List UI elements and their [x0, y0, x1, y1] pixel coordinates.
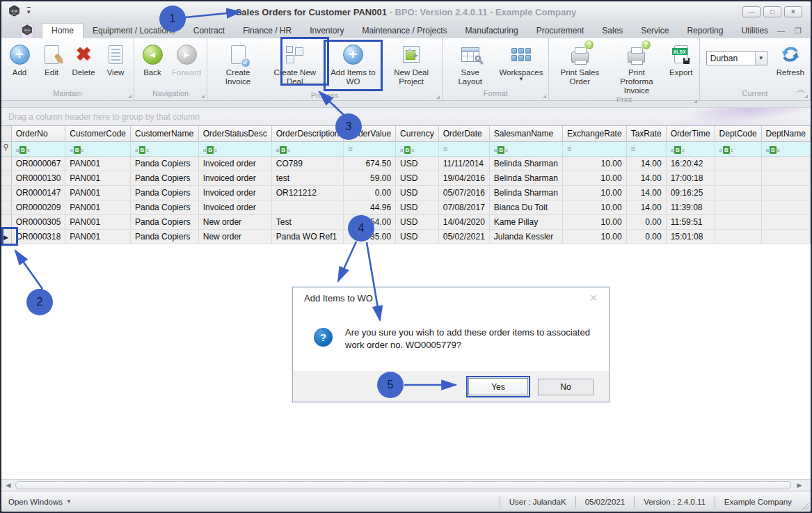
column-header-deptname[interactable]: DeptName	[761, 126, 810, 141]
add-items-dialog: Add Items to WO ✕ ? Are you sure you wis…	[292, 287, 610, 402]
column-header-orderdate[interactable]: OrderDate	[438, 126, 489, 141]
order-row-OR0000209[interactable]: OR0000209PAN001Panda CopiersInvoiced ord…	[1, 200, 811, 214]
column-header-exchangerate[interactable]: ExchangeRate	[562, 126, 626, 141]
column-header-ordertime[interactable]: OrderTime	[666, 126, 715, 141]
ribbon-button-refresh[interactable]: Refresh	[773, 41, 808, 77]
order-row-OR0000067[interactable]: OR0000067PAN001Panda CopiersInvoiced ord…	[1, 156, 811, 171]
ribbon-button-add-items-to-wo[interactable]: +Add Items to WO	[324, 40, 383, 91]
scroll-left-icon[interactable]: ◀	[3, 480, 14, 491]
row-indicator-cell	[1, 185, 11, 200]
filter-cell-deptcode[interactable]: aBc	[715, 141, 761, 156]
filter-cell-salesmanname[interactable]: aBc	[489, 141, 562, 156]
export-xlsx-icon: XLSX	[669, 42, 694, 66]
yes-button[interactable]: Yes	[468, 378, 528, 395]
tab-home[interactable]: Home	[42, 23, 83, 38]
ribbon-button-view[interactable]: View	[99, 41, 132, 77]
tab-procurement[interactable]: Procurement	[527, 24, 594, 38]
ribbon-button-new-deal-project[interactable]: New Deal Project	[383, 41, 440, 86]
scrollbar-thumb[interactable]	[15, 481, 791, 489]
text-filter-icon: aBc	[494, 146, 508, 154]
filter-cell-currency[interactable]: aBc	[396, 141, 439, 156]
ribbon-button-export[interactable]: XLSXExport	[665, 41, 697, 77]
column-header-orderno[interactable]: OrderNo	[11, 126, 65, 141]
no-button[interactable]: No	[538, 379, 594, 395]
filter-cell-customername[interactable]: aBc	[131, 141, 199, 156]
equals-filter-icon: =	[443, 145, 447, 153]
order-row-OR0000147[interactable]: OR0000147PAN001Panda CopiersInvoiced ord…	[1, 185, 811, 200]
ribbon-button-workspaces[interactable]: Workspaces▼	[495, 41, 546, 81]
column-header-deptcode[interactable]: DeptCode	[715, 126, 761, 141]
column-header-currency[interactable]: Currency	[396, 126, 439, 141]
horizontal-scrollbar[interactable]: ◀ ▶	[1, 479, 811, 491]
group-by-panel: Drag a column header here to group by th…	[1, 107, 811, 126]
ribbon-button-print-proforma-invoice[interactable]: ?Print Proforma Invoice	[608, 41, 665, 95]
order-row-OR0000318[interactable]: ▶OR0000318PAN001Panda CopiersNew orderPa…	[1, 229, 811, 244]
group-dialog-launcher-icon[interactable]	[436, 95, 440, 99]
text-filter-icon: aBc	[276, 146, 290, 154]
tab-sales[interactable]: Sales	[593, 24, 632, 38]
minimize-button[interactable]: —	[742, 6, 761, 17]
ribbon-button-create-invoice[interactable]: ✓Create Invoice	[209, 41, 266, 86]
ribbon-button-back[interactable]: ◄Back	[136, 41, 168, 77]
combo-dropdown-icon[interactable]: ▼	[755, 52, 767, 65]
cell-orderdate: 19/04/2016	[438, 171, 489, 185]
tab-contract[interactable]: Contract	[184, 24, 234, 38]
ribbon-button-add[interactable]: +Add	[3, 41, 35, 77]
row-indicator-cell	[1, 156, 11, 171]
order-row-OR0000305[interactable]: OR0000305PAN001Panda CopiersNew orderTes…	[1, 214, 811, 229]
filter-cell-exchangerate[interactable]: =	[562, 141, 626, 156]
group-dialog-launcher-icon[interactable]	[804, 95, 808, 98]
tab-reporting[interactable]: Reporting	[678, 24, 732, 38]
resize-grip[interactable]	[802, 503, 809, 510]
current-branch-combo[interactable]: Durban▼	[706, 51, 767, 65]
mdi-restore-icon[interactable]: ❐	[795, 26, 802, 35]
ribbon-button-save-layout[interactable]: Save Layout	[445, 41, 495, 86]
order-row-OR0000130[interactable]: OR0000130PAN001Panda CopiersInvoiced ord…	[1, 171, 811, 185]
maximize-button[interactable]: □	[763, 6, 781, 17]
column-header-taxrate[interactable]: TaxRate	[626, 126, 666, 141]
filter-cell-ordertime[interactable]: aBc	[666, 141, 715, 156]
filter-cell-orderdescription[interactable]: aBc	[271, 141, 344, 156]
filter-cell-orderno[interactable]: aBc	[11, 141, 65, 156]
collapse-ribbon-icon[interactable]: ︽	[797, 86, 804, 95]
close-button[interactable]: ✕	[784, 6, 802, 17]
mdi-minimize-icon[interactable]: —	[777, 26, 785, 35]
filter-cell-customercode[interactable]: aBc	[65, 141, 131, 156]
equals-filter-icon: =	[567, 145, 571, 153]
group-dialog-launcher-icon[interactable]	[694, 100, 697, 103]
group-dialog-launcher-icon[interactable]	[543, 95, 546, 98]
filter-cell-orderdate[interactable]: =	[438, 141, 489, 156]
dialog-close-icon[interactable]: ✕	[589, 292, 598, 303]
application-menu-button[interactable]	[21, 24, 33, 38]
ribbon-button-edit[interactable]: ✎Edit	[35, 41, 67, 77]
column-header-customername[interactable]: CustomerName	[131, 126, 199, 141]
cell-orderno: OR0000318	[11, 229, 65, 244]
tab-finance-hr[interactable]: Finance / HR	[234, 24, 301, 38]
cell-taxrate: 0.00	[626, 229, 666, 244]
open-windows-button[interactable]: Open Windows▼	[8, 498, 72, 506]
group-dialog-launcher-icon[interactable]	[128, 95, 132, 98]
filter-cell-orderstatusdesc[interactable]: aBc	[198, 141, 271, 156]
dialog-title-bar: Add Items to WO ✕	[293, 287, 609, 308]
column-header-salesmanname[interactable]: SalesmanName	[489, 126, 562, 141]
text-filter-icon: aBc	[671, 146, 685, 154]
tab-service[interactable]: Service	[632, 24, 678, 38]
filter-cell-deptname[interactable]: aBc	[761, 141, 810, 156]
filter-cell-taxrate[interactable]: =	[626, 141, 666, 156]
tab-manufacturing[interactable]: Manufacturing	[456, 24, 527, 38]
tab-inventory[interactable]: Inventory	[301, 24, 353, 38]
ribbon-button-delete[interactable]: ✖Delete	[67, 41, 99, 77]
filter-cell-ordervalue[interactable]: =	[344, 141, 396, 156]
scroll-right-icon[interactable]: ▶	[794, 480, 805, 491]
column-header-customercode[interactable]: CustomerCode	[65, 126, 131, 141]
tab-maintenance-projects[interactable]: Maintenance / Projects	[353, 24, 456, 38]
ribbon-button-print-sales-order[interactable]: ?Print Sales Order	[551, 41, 608, 86]
cell-taxrate: 14.00	[626, 171, 666, 185]
save-layout-icon	[458, 42, 483, 66]
tab-utilities[interactable]: Utilities	[732, 24, 777, 38]
group-dialog-launcher-icon[interactable]	[201, 95, 205, 98]
cell-salesmanname: Belinda Sharman	[489, 171, 562, 185]
column-header-orderdescription[interactable]: OrderDescription	[271, 126, 344, 141]
column-header-orderstatusdesc[interactable]: OrderStatusDesc	[198, 126, 271, 141]
cell-currency: USD	[396, 171, 439, 185]
